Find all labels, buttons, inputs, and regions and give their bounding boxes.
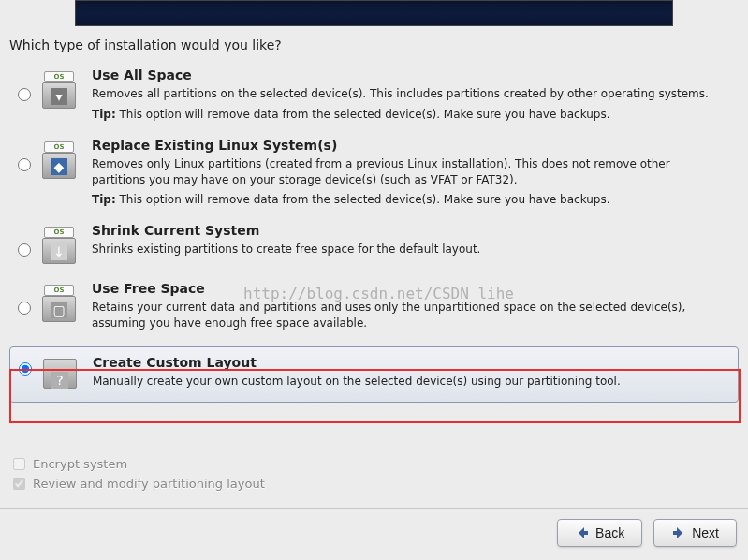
drive-icon: OS ▾: [42, 71, 76, 109]
icon-col: ?: [37, 353, 83, 392]
os-badge: OS: [44, 227, 74, 238]
option-title: Use Free Space: [92, 281, 716, 296]
encrypt-system-label: Encrypt system: [33, 457, 127, 471]
radio-col: [14, 353, 37, 376]
back-button-label: Back: [595, 525, 624, 540]
option-use-free-space[interactable]: OS ▢ Use Free Space Retains your current…: [9, 273, 739, 346]
option-desc: Removes all partitions on the selected d…: [92, 86, 716, 102]
arrow-left-icon: [575, 525, 590, 540]
back-button[interactable]: Back: [557, 519, 642, 547]
encrypt-system-checkbox[interactable]: [13, 458, 25, 470]
icon-col: OS ▢: [36, 279, 82, 322]
radio-shrink-current[interactable]: [18, 243, 31, 257]
footer-divider: [0, 508, 748, 509]
option-use-all-space[interactable]: OS ▾ Use All Space Removes all partition…: [9, 60, 739, 130]
header-banner: [75, 0, 673, 26]
radio-col: [13, 66, 36, 101]
question-label: Which type of installation would you lik…: [9, 37, 739, 52]
option-desc: Manually create your own custom layout o…: [93, 374, 715, 390]
os-badge: OS: [44, 141, 74, 153]
option-text: Shrink Current System Shrinks existing p…: [82, 221, 735, 263]
drive-icon: ?: [43, 355, 77, 392]
os-badge: OS: [44, 71, 74, 82]
radio-col: [13, 279, 36, 315]
radio-col: [13, 221, 36, 257]
free-space-icon: ▢: [51, 302, 67, 318]
option-create-custom-layout[interactable]: ? Create Custom Layout Manually create y…: [9, 346, 739, 403]
option-title: Replace Existing Linux System(s): [92, 138, 716, 153]
option-desc: Shrinks existing partitions to create fr…: [92, 242, 716, 258]
review-layout-label: Review and modify partitioning layout: [33, 477, 265, 491]
option-tip: Tip: This option will remove data from t…: [92, 108, 716, 121]
replace-icon: ◆: [51, 158, 67, 175]
review-layout-row: Review and modify partitioning layout: [13, 477, 265, 491]
radio-col: [13, 136, 36, 171]
question-mark-icon: ?: [51, 372, 68, 389]
arrow-right-icon: [671, 525, 686, 540]
bottom-checkbox-area: Encrypt system Review and modify partiti…: [13, 457, 265, 496]
option-desc: Removes only Linux partitions (created f…: [92, 156, 716, 188]
next-button-label: Next: [692, 525, 719, 540]
option-title: Create Custom Layout: [93, 355, 715, 370]
radio-use-free-space[interactable]: [18, 302, 31, 315]
use-all-icon: ▾: [51, 88, 67, 105]
option-text: Use Free Space Retains your current data…: [82, 279, 735, 337]
drive-icon: OS ↓: [42, 227, 76, 264]
shrink-icon: ↓: [51, 243, 67, 260]
option-text: Replace Existing Linux System(s) Removes…: [82, 136, 735, 207]
button-bar: Back Next: [557, 519, 737, 547]
option-text: Use All Space Removes all partitions on …: [82, 66, 735, 121]
icon-col: OS ↓: [36, 221, 82, 264]
option-title: Use All Space: [92, 67, 716, 82]
drive-icon: OS ◆: [42, 141, 76, 179]
os-badge: OS: [44, 285, 74, 296]
review-layout-checkbox[interactable]: [13, 478, 25, 490]
option-shrink-current[interactable]: OS ↓ Shrink Current System Shrinks exist…: [9, 215, 739, 273]
installation-type-panel: Which type of installation would you lik…: [9, 37, 739, 403]
radio-replace-existing[interactable]: [18, 158, 31, 171]
next-button[interactable]: Next: [653, 519, 737, 547]
option-title: Shrink Current System: [92, 223, 716, 238]
encrypt-system-row: Encrypt system: [13, 457, 265, 471]
option-tip: Tip: This option will remove data from t…: [92, 193, 716, 206]
radio-create-custom-layout[interactable]: [19, 362, 32, 376]
radio-use-all-space[interactable]: [18, 88, 31, 101]
option-text: Create Custom Layout Manually create you…: [83, 353, 734, 390]
option-desc: Retains your current data and partitions…: [92, 300, 716, 332]
icon-col: OS ▾: [36, 66, 82, 109]
icon-col: OS ◆: [36, 136, 82, 179]
drive-icon: OS ▢: [42, 285, 76, 322]
option-replace-existing[interactable]: OS ◆ Replace Existing Linux System(s) Re…: [9, 130, 739, 216]
